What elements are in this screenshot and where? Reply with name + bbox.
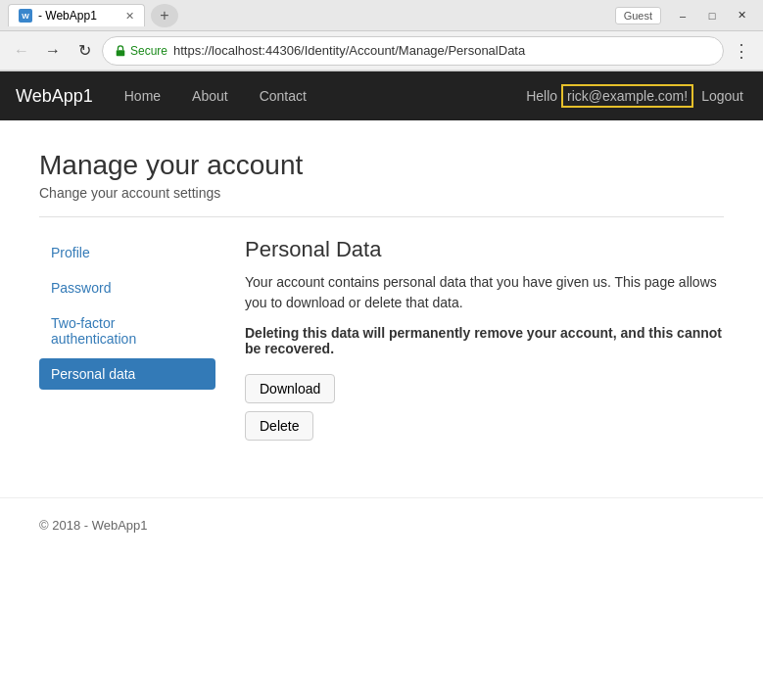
section-title: Personal Data — [245, 237, 724, 262]
user-badge: Guest — [615, 7, 661, 24]
back-button[interactable]: ← — [8, 37, 35, 65]
forward-button[interactable]: → — [39, 37, 67, 65]
action-buttons: Download Delete — [245, 374, 724, 448]
main-content: Manage your account Change your account … — [0, 120, 763, 478]
svg-rect-0 — [117, 50, 125, 56]
nav-link-contact[interactable]: Contact — [244, 73, 322, 118]
title-bar-right: Guest – □ ✕ — [615, 5, 755, 26]
minimize-button[interactable]: – — [669, 5, 696, 26]
nav-link-about[interactable]: About — [176, 73, 244, 118]
browser-tab[interactable]: W - WebApp1 ✕ — [8, 4, 145, 26]
sidebar: Profile Password Two-factor authenticati… — [39, 237, 215, 448]
sidebar-item-personal-data[interactable]: Personal data — [39, 358, 215, 390]
delete-button[interactable]: Delete — [245, 411, 313, 441]
browser-menu-button[interactable]: ⋮ — [728, 37, 755, 65]
sidebar-item-2fa[interactable]: Two-factor authentication — [39, 307, 215, 354]
footer: © 2018 - WebApp1 — [0, 497, 763, 552]
maximize-button[interactable]: □ — [698, 5, 726, 26]
page-title: Manage your account — [39, 150, 724, 181]
footer-text: © 2018 - WebApp1 — [39, 518, 148, 533]
secure-badge: Secure — [115, 44, 167, 58]
secure-label: Secure — [130, 44, 167, 58]
title-bar: W - WebApp1 ✕ + Guest – □ ✕ — [0, 0, 763, 31]
tab-close-button[interactable]: ✕ — [125, 10, 134, 23]
browser-nav-bar: ← → ↻ Secure https://localhost:44306/Ide… — [0, 31, 763, 70]
download-button[interactable]: Download — [245, 374, 335, 403]
url-text: https://localhost:44306/Identity/Account… — [173, 43, 711, 58]
user-email-link[interactable]: rick@example.com! — [561, 84, 693, 108]
app-navbar: WebApp1 Home About Contact Hello rick@ex… — [0, 71, 763, 120]
refresh-button[interactable]: ↻ — [71, 37, 98, 65]
app-brand[interactable]: WebApp1 — [16, 86, 93, 107]
tab-favicon: W — [19, 9, 32, 23]
page-subtitle: Change your account settings — [39, 185, 724, 217]
sidebar-item-password[interactable]: Password — [39, 272, 215, 303]
lock-icon — [115, 45, 126, 57]
tab-title: - WebApp1 — [38, 9, 97, 23]
window-controls: – □ ✕ — [669, 5, 755, 26]
nav-link-home[interactable]: Home — [109, 73, 176, 118]
app-nav-right: Hello rick@example.com! Logout — [526, 73, 747, 118]
sidebar-item-profile[interactable]: Profile — [39, 237, 215, 268]
browser-chrome: W - WebApp1 ✕ + Guest – □ ✕ ← → ↻ — [0, 0, 763, 71]
address-bar[interactable]: Secure https://localhost:44306/Identity/… — [102, 36, 724, 66]
title-bar-left: W - WebApp1 ✕ + — [8, 4, 178, 27]
hello-text: Hello — [526, 88, 557, 104]
content-layout: Profile Password Two-factor authenticati… — [39, 237, 724, 448]
section-description: Your account contains personal data that… — [245, 272, 724, 313]
personal-data-section: Personal Data Your account contains pers… — [245, 237, 724, 448]
logout-link[interactable]: Logout — [697, 73, 747, 118]
close-button[interactable]: ✕ — [728, 5, 755, 26]
warning-text: Deleting this data will permanently remo… — [245, 325, 724, 356]
app-nav-links: Home About Contact — [109, 73, 526, 118]
new-tab-button[interactable]: + — [151, 4, 178, 27]
